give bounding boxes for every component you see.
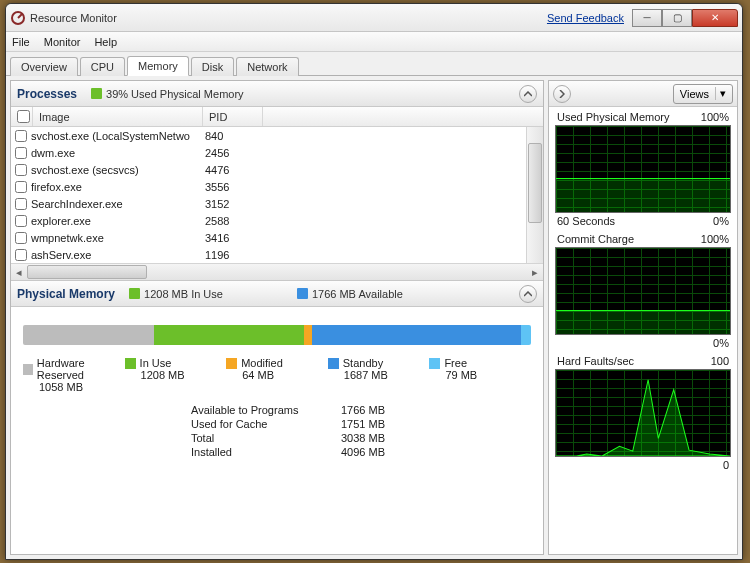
g2-max: 100% bbox=[701, 233, 729, 245]
tab-memory[interactable]: Memory bbox=[127, 56, 189, 76]
process-checkbox[interactable] bbox=[15, 130, 27, 142]
right-collapse-button[interactable] bbox=[553, 85, 571, 103]
legend-free-value: 79 MB bbox=[429, 369, 531, 381]
physical-memory-panel: Physical Memory 1208 MB In Use 1766 MB A… bbox=[11, 281, 543, 554]
tab-network[interactable]: Network bbox=[236, 57, 298, 76]
views-label: Views bbox=[680, 88, 709, 100]
legend-hardware-icon bbox=[23, 364, 33, 375]
g3-title: Hard Faults/sec bbox=[557, 355, 634, 367]
processes-columns: Image PID bbox=[11, 107, 543, 127]
tab-overview[interactable]: Overview bbox=[10, 57, 78, 76]
send-feedback-link[interactable]: Send Feedback bbox=[547, 12, 624, 24]
process-row[interactable]: dwm.exe2456 bbox=[11, 144, 543, 161]
processes-title: Processes bbox=[17, 87, 77, 101]
select-all-checkbox[interactable] bbox=[17, 110, 30, 123]
process-image: svchost.exe (secsvcs) bbox=[31, 164, 205, 176]
process-checkbox[interactable] bbox=[15, 215, 27, 227]
g2-foot-r: 0% bbox=[713, 337, 729, 349]
process-pid: 840 bbox=[205, 130, 265, 142]
col-pid[interactable]: PID bbox=[203, 107, 263, 126]
process-checkbox[interactable] bbox=[15, 249, 27, 261]
tabstrip: Overview CPU Memory Disk Network bbox=[6, 52, 742, 76]
chevron-down-icon: ▾ bbox=[715, 87, 726, 100]
processes-vscroll[interactable] bbox=[526, 127, 543, 263]
process-checkbox[interactable] bbox=[15, 147, 27, 159]
stat-avail-value: 1766 MB bbox=[341, 403, 421, 417]
processes-list[interactable]: svchost.exe (LocalSystemNetwo840dwm.exe2… bbox=[11, 127, 543, 263]
process-image: dwm.exe bbox=[31, 147, 205, 159]
legend-modified-icon bbox=[226, 358, 237, 369]
minimize-button[interactable]: ─ bbox=[632, 9, 662, 27]
g1-canvas bbox=[555, 125, 731, 213]
tab-cpu[interactable]: CPU bbox=[80, 57, 125, 76]
g1-foot-l: 60 Seconds bbox=[557, 215, 615, 227]
process-pid: 3416 bbox=[205, 232, 265, 244]
available-icon bbox=[297, 288, 308, 299]
process-image: svchost.exe (LocalSystemNetwo bbox=[31, 130, 205, 142]
stat-total-label: Total bbox=[191, 431, 341, 445]
legend-free-icon bbox=[429, 358, 440, 369]
processes-collapse-button[interactable] bbox=[519, 85, 537, 103]
process-checkbox[interactable] bbox=[15, 232, 27, 244]
membar-free bbox=[521, 325, 531, 345]
legend-standby-label: Standby bbox=[343, 357, 383, 369]
stat-installed-label: Installed bbox=[191, 445, 341, 459]
process-row[interactable]: svchost.exe (LocalSystemNetwo840 bbox=[11, 127, 543, 144]
physmem-header[interactable]: Physical Memory 1208 MB In Use 1766 MB A… bbox=[11, 281, 543, 307]
processes-header[interactable]: Processes 39% Used Physical Memory bbox=[11, 81, 543, 107]
g3-foot-r: 0 bbox=[723, 459, 729, 471]
menu-monitor[interactable]: Monitor bbox=[44, 36, 81, 48]
process-row[interactable]: explorer.exe2588 bbox=[11, 212, 543, 229]
process-checkbox[interactable] bbox=[15, 181, 27, 193]
processes-panel: Processes 39% Used Physical Memory Image… bbox=[11, 81, 543, 281]
tab-disk[interactable]: Disk bbox=[191, 57, 234, 76]
process-pid: 3152 bbox=[205, 198, 265, 210]
legend-modified-value: 64 MB bbox=[226, 369, 328, 381]
titlebar[interactable]: Resource Monitor Send Feedback ─ ▢ ✕ bbox=[6, 4, 742, 32]
g3-max: 100 bbox=[711, 355, 729, 367]
process-image: SearchIndexer.exe bbox=[31, 198, 205, 210]
process-row[interactable]: firefox.exe3556 bbox=[11, 178, 543, 195]
physmem-inuse-text: 1208 MB In Use bbox=[144, 288, 223, 300]
g1-max: 100% bbox=[701, 111, 729, 123]
views-button[interactable]: Views ▾ bbox=[673, 84, 733, 104]
process-image: wmpnetwk.exe bbox=[31, 232, 205, 244]
membar-modified bbox=[304, 325, 312, 345]
col-image[interactable]: Image bbox=[33, 107, 203, 126]
physmem-available-text: 1766 MB Available bbox=[312, 288, 403, 300]
mem-usage-text: 39% Used Physical Memory bbox=[106, 88, 244, 100]
process-pid: 4476 bbox=[205, 164, 265, 176]
process-row[interactable]: ashServ.exe1196 bbox=[11, 246, 543, 263]
menu-help[interactable]: Help bbox=[94, 36, 117, 48]
g2-canvas bbox=[555, 247, 731, 335]
graph-hard-faults: Hard Faults/sec100 0 bbox=[555, 355, 731, 471]
legend-inuse-value: 1208 MB bbox=[125, 369, 227, 381]
process-pid: 1196 bbox=[205, 249, 265, 261]
process-pid: 2456 bbox=[205, 147, 265, 159]
memory-bar-chart bbox=[23, 325, 531, 345]
stat-installed-value: 4096 MB bbox=[341, 445, 421, 459]
menu-file[interactable]: File bbox=[12, 36, 30, 48]
process-row[interactable]: SearchIndexer.exe3152 bbox=[11, 195, 543, 212]
process-checkbox[interactable] bbox=[15, 164, 27, 176]
legend-hardware-label: Hardware Reserved bbox=[37, 357, 125, 381]
stat-total-value: 3038 MB bbox=[341, 431, 421, 445]
legend-standby-icon bbox=[328, 358, 339, 369]
inuse-icon bbox=[129, 288, 140, 299]
process-pid: 2588 bbox=[205, 215, 265, 227]
right-toolbar: Views ▾ bbox=[549, 81, 737, 107]
process-row[interactable]: svchost.exe (secsvcs)4476 bbox=[11, 161, 543, 178]
graph-used-physmem: Used Physical Memory100% 60 Seconds0% bbox=[555, 111, 731, 227]
legend-hardware-value: 1058 MB bbox=[23, 381, 125, 393]
membar-inuse bbox=[154, 325, 304, 345]
col-checkbox[interactable] bbox=[11, 107, 33, 126]
app-icon bbox=[10, 10, 26, 26]
process-checkbox[interactable] bbox=[15, 198, 27, 210]
physmem-collapse-button[interactable] bbox=[519, 285, 537, 303]
g1-foot-r: 0% bbox=[713, 215, 729, 227]
maximize-button[interactable]: ▢ bbox=[662, 9, 692, 27]
g3-canvas bbox=[555, 369, 731, 457]
processes-hscroll[interactable]: ◂▸ bbox=[11, 263, 543, 280]
process-row[interactable]: wmpnetwk.exe3416 bbox=[11, 229, 543, 246]
close-button[interactable]: ✕ bbox=[692, 9, 738, 27]
